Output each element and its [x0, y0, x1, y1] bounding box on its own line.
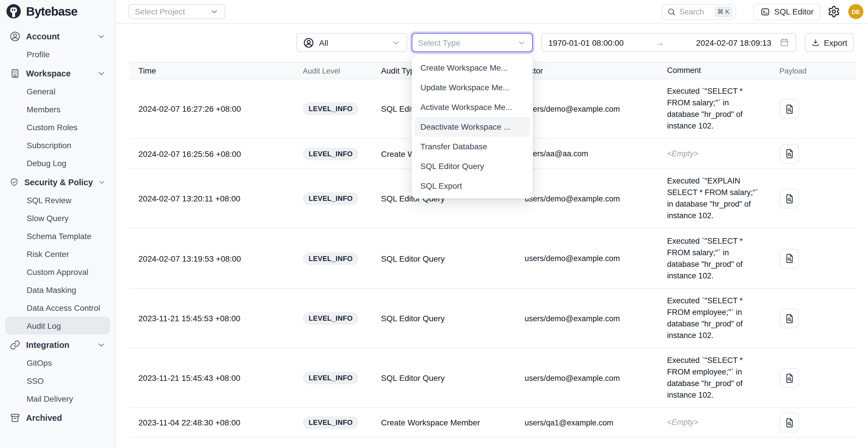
col-header-comment: Comment — [657, 65, 770, 76]
audit-level-badge: LEVEL_INFO — [303, 102, 359, 115]
cell-time: 2023-11-04 22:48:30 +08:00 — [129, 418, 292, 427]
cell-payload — [770, 249, 856, 268]
sidebar-nav: Account Profile Workspace Gen — [0, 22, 115, 426]
actor-filter-select[interactable]: All — [297, 33, 407, 52]
settings-gear-button[interactable] — [828, 5, 841, 19]
sidebar-item[interactable]: Subscription — [5, 136, 110, 154]
sidebar-item[interactable]: Risk Center — [5, 245, 110, 263]
dropdown-option[interactable]: Deactivate Workspace ... — [414, 117, 530, 137]
sidebar-item[interactable]: Data Access Control — [5, 299, 110, 317]
dropdown-option-label: Deactivate Workspace ... — [421, 122, 510, 131]
sidebar-item[interactable]: GitOps — [5, 354, 110, 372]
cell-audit-level: LEVEL_INFO — [292, 372, 371, 384]
user-circle-icon — [9, 30, 21, 42]
dropdown-option[interactable]: Activate Workspace Me... — [414, 97, 530, 117]
export-button[interactable]: Export — [805, 33, 854, 52]
dropdown-option-label: Update Workspace Me... — [421, 83, 509, 92]
arrow-right-icon: → — [629, 38, 690, 47]
sidebar-item-label: Data Masking — [27, 285, 106, 294]
table-row: 2024-02-07 13:19:53 +08:00 LEVEL_INFO SQ… — [129, 229, 856, 289]
search-input[interactable]: Search ⌘ K — [662, 4, 736, 20]
building-icon — [9, 67, 21, 79]
payload-view-button[interactable] — [779, 144, 799, 163]
sidebar-item-label: Members — [27, 104, 106, 114]
cell-payload — [770, 144, 856, 163]
cell-comment: <Empty> — [657, 410, 770, 435]
sidebar-item-label: Slow Query — [27, 213, 106, 223]
project-select-placeholder: Select Project — [135, 7, 210, 16]
dropdown-option[interactable]: Create Workspace Me... — [414, 58, 530, 77]
dropdown-option[interactable]: SQL Editor Query — [414, 156, 530, 176]
chevron-down-icon — [97, 69, 106, 78]
dropdown-option[interactable]: SQL Export — [414, 176, 530, 196]
audit-level-badge: LEVEL_INFO — [303, 192, 359, 205]
sidebar-item-label: Security & Policy — [24, 178, 93, 187]
sidebar-item[interactable]: Mail Delivery — [5, 389, 110, 408]
sidebar-item[interactable]: Custom Approval — [5, 263, 110, 281]
col-header-time: Time — [129, 66, 292, 75]
cell-audit-type: SQL Editor Query — [371, 254, 515, 263]
logo[interactable]: Bytebase — [0, 0, 115, 22]
terminal-icon — [760, 7, 770, 17]
cell-audit-level: LEVEL_INFO — [292, 312, 371, 325]
search-placeholder: Search — [679, 7, 711, 16]
cell-time: 2024-02-07 16:27:26 +08:00 — [129, 104, 292, 114]
sql-editor-button[interactable]: SQL Editor — [753, 3, 820, 20]
sidebar-item[interactable]: Account — [5, 27, 110, 45]
shield-check-icon — [9, 176, 19, 188]
cell-time: 2024-02-07 13:19:53 +08:00 — [129, 254, 292, 263]
col-header-actor: Actor — [515, 66, 657, 75]
sidebar-item-label: SQL Review — [27, 195, 106, 204]
cell-audit-type: Create Workspace Member — [371, 418, 515, 427]
avatar[interactable]: DE — [848, 4, 863, 19]
sidebar-item-label: Subscription — [27, 140, 106, 150]
sidebar-item-label: Risk Center — [27, 249, 106, 258]
cell-comment: <Empty> — [657, 141, 770, 166]
payload-view-button[interactable] — [779, 99, 799, 119]
payload-view-button[interactable] — [779, 249, 799, 268]
sql-editor-label: SQL Editor — [774, 7, 813, 16]
sidebar-item[interactable]: SQL Review — [5, 191, 110, 209]
project-select[interactable]: Select Project — [129, 4, 225, 19]
type-filter-select[interactable]: Select Type — [412, 33, 533, 52]
chevron-down-icon — [97, 340, 106, 349]
sidebar-item[interactable]: Custom Roles — [5, 118, 110, 136]
sidebar-item[interactable]: Data Masking — [5, 281, 110, 299]
sidebar-item[interactable]: Workspace — [5, 64, 110, 82]
payload-view-button[interactable] — [779, 368, 799, 388]
dropdown-option[interactable]: Transfer Database — [414, 137, 530, 156]
type-filter-dropdown: Create Workspace Me... Update Workspace … — [412, 55, 533, 198]
sidebar-item-label: Audit Log — [27, 321, 106, 330]
table-row: 2023-11-04 22:48:30 +08:00 LEVEL_INFO Cr… — [129, 408, 856, 438]
dropdown-option-label: Transfer Database — [421, 142, 487, 151]
sidebar-item[interactable]: Integration — [5, 336, 110, 354]
cell-time: 2023-11-21 15:45:43 +08:00 — [129, 373, 292, 383]
sidebar-item-label: Schema Template — [27, 231, 106, 241]
sidebar-item[interactable]: SSO — [5, 372, 110, 389]
sidebar-item[interactable]: General — [5, 82, 110, 100]
cell-payload — [770, 309, 856, 328]
sidebar-item[interactable]: Debug Log — [5, 154, 110, 172]
dropdown-option[interactable]: Update Workspace Me... — [414, 77, 530, 97]
sidebar-item[interactable]: Profile — [5, 45, 110, 63]
chevron-down-icon — [210, 7, 219, 16]
sidebar-item[interactable]: Members — [5, 100, 110, 118]
cell-audit-level: LEVEL_INFO — [292, 416, 371, 429]
brand-name: Bytebase — [26, 4, 77, 18]
sidebar-item-label: Mail Delivery — [27, 394, 106, 403]
cell-comment: Executed `"SELECT * FROM salary;"` in da… — [657, 229, 770, 288]
actor-filter-value: All — [319, 38, 387, 47]
sidebar-item[interactable]: Slow Query — [5, 209, 110, 227]
payload-view-button[interactable] — [779, 189, 799, 209]
payload-view-button[interactable] — [779, 413, 799, 433]
sidebar-item[interactable]: Schema Template — [5, 227, 110, 245]
sidebar-item[interactable]: Archived — [5, 409, 110, 426]
date-range-picker[interactable]: 1970-01-01 08:00:00 → 2024-02-07 18:09:1… — [541, 33, 796, 52]
sidebar-item-label: Account — [26, 32, 92, 41]
sidebar-item[interactable]: Security & Policy — [5, 173, 110, 191]
payload-view-button[interactable] — [779, 309, 799, 328]
audit-level-badge: LEVEL_INFO — [303, 147, 359, 160]
sidebar-item[interactable]: Audit Log — [5, 317, 110, 334]
bytebase-logo-icon — [6, 3, 22, 19]
cell-comment: Executed `"SELECT * FROM employee;"` in … — [657, 348, 770, 408]
